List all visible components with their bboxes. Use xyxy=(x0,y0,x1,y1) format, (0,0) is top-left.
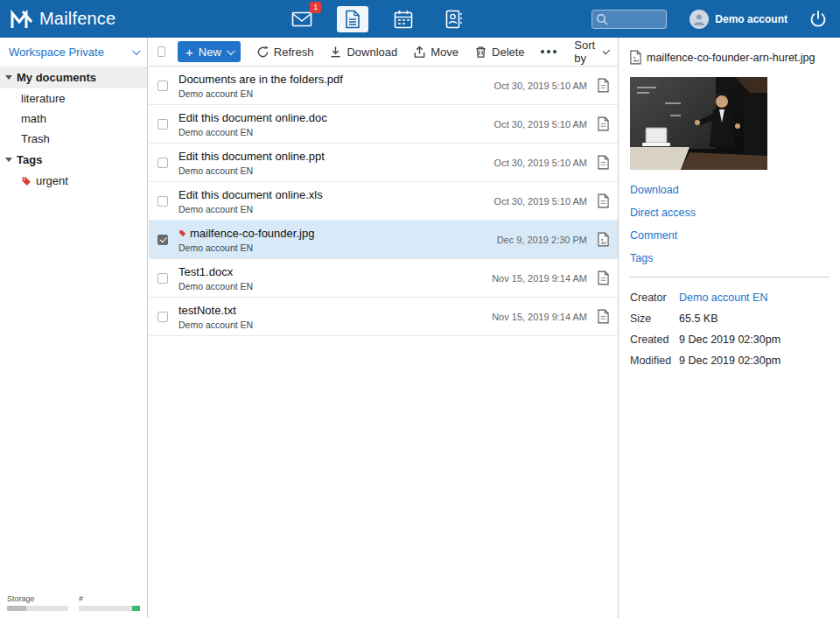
file-date: Nov 15, 2019 9:14 AM xyxy=(492,273,587,284)
row-checkbox[interactable] xyxy=(158,273,168,284)
top-nav: 1 xyxy=(286,6,470,32)
more-actions-button[interactable]: ••• xyxy=(541,45,559,59)
file-name: Edit this document online.ppt xyxy=(178,150,494,163)
mail-unread-badge: 1 xyxy=(310,2,321,13)
mailfence-logo-icon xyxy=(10,10,33,29)
row-checkbox[interactable] xyxy=(158,158,168,168)
creator-value[interactable]: Demo account EN xyxy=(679,291,767,304)
file-owner: Demo account EN xyxy=(178,281,492,291)
new-button-label: New xyxy=(199,46,221,59)
delete-button[interactable]: Delete xyxy=(474,46,525,59)
nav-calendar-button[interactable] xyxy=(388,6,419,32)
sidebar-item-tag-urgent[interactable]: urgent xyxy=(0,171,147,191)
file-type-icon xyxy=(598,232,609,247)
logout-button[interactable] xyxy=(808,10,828,29)
divider xyxy=(630,277,830,277)
refresh-button[interactable]: Refresh xyxy=(256,46,314,59)
app-window: Mailfence 1 xyxy=(0,0,840,618)
file-row[interactable]: Documents are in the folders.pdf Demo ac… xyxy=(149,67,618,105)
file-list-panel: + New Refresh Download xyxy=(149,38,619,618)
prop-creator: Creator Demo account EN xyxy=(630,291,830,304)
row-checkbox[interactable] xyxy=(158,119,168,130)
documents-icon xyxy=(345,10,360,29)
mailfence-logo[interactable]: Mailfence xyxy=(10,9,164,29)
row-checkbox[interactable] xyxy=(158,81,168,91)
details-direct-access-link[interactable]: Direct access xyxy=(630,207,830,219)
file-type-icon xyxy=(598,309,609,324)
row-checkbox[interactable] xyxy=(158,235,168,245)
modified-value: 9 Dec 2019 02:30pm xyxy=(679,355,780,367)
plus-icon: + xyxy=(186,46,193,59)
file-name: Edit this document online.doc xyxy=(178,111,494,124)
sidebar-section-tags[interactable]: Tags xyxy=(0,149,147,171)
file-name: Documents are in the folders.pdf xyxy=(178,73,494,86)
details-download-link[interactable]: Download xyxy=(630,184,830,196)
topbar: Mailfence 1 xyxy=(0,0,840,38)
nav-contacts-button[interactable] xyxy=(438,6,470,32)
chevron-down-icon xyxy=(603,46,611,54)
sort-by-label: Sort by xyxy=(574,39,598,65)
file-row[interactable]: testNote.txt Demo account EN Nov 15, 201… xyxy=(149,298,618,336)
tag-icon xyxy=(21,176,32,186)
calendar-icon xyxy=(394,10,413,29)
file-type-icon xyxy=(598,270,609,285)
caret-down-icon xyxy=(5,75,12,80)
created-label: Created xyxy=(630,334,679,346)
created-value: 9 Dec 2019 02:30pm xyxy=(679,334,780,346)
workspace-label: Workspace Private xyxy=(9,46,104,59)
sidebar-item-trash[interactable]: Trash xyxy=(0,129,147,149)
folder-tree: My documents literature math Trash Tags … xyxy=(0,67,147,191)
details-comment-link[interactable]: Comment xyxy=(630,229,830,242)
nav-documents-button[interactable] xyxy=(337,6,368,32)
sidebar-item-literature[interactable]: literature xyxy=(0,88,147,109)
prop-modified: Modified 9 Dec 2019 02:30pm xyxy=(630,355,830,367)
sidebar-item-math[interactable]: math xyxy=(0,109,147,129)
prop-size: Size 65.5 KB xyxy=(630,313,830,325)
count-label: # xyxy=(79,594,140,603)
caret-down-icon xyxy=(5,158,12,162)
creator-label: Creator xyxy=(630,291,679,304)
refresh-icon xyxy=(256,46,270,59)
download-icon xyxy=(329,46,342,59)
brand-name: Mailfence xyxy=(39,9,116,29)
file-date: Oct 30, 2019 5:10 AM xyxy=(494,119,587,130)
contacts-icon xyxy=(445,10,463,29)
details-filename: mailfence-co-founder-arn-huret.jpg xyxy=(647,52,815,64)
file-preview-image[interactable] xyxy=(630,77,767,170)
account-menu[interactable]: Demo account xyxy=(690,10,788,29)
chevron-down-icon xyxy=(227,46,235,55)
row-checkbox[interactable] xyxy=(158,196,168,207)
file-row[interactable]: Edit this document online.ppt Demo accou… xyxy=(149,144,618,182)
sidebar-item-my-documents[interactable]: My documents xyxy=(0,67,147,88)
power-icon xyxy=(808,10,828,29)
file-owner: Demo account EN xyxy=(178,127,494,137)
workspace-selector[interactable]: Workspace Private xyxy=(0,38,147,67)
download-button[interactable]: Download xyxy=(329,46,397,59)
file-row[interactable]: Test1.docx Demo account EN Nov 15, 2019 … xyxy=(149,259,618,298)
row-checkbox[interactable] xyxy=(158,312,168,322)
file-type-icon xyxy=(598,116,609,131)
mail-icon xyxy=(291,11,312,27)
sidebar: Workspace Private My documents literatur… xyxy=(0,38,148,618)
refresh-label: Refresh xyxy=(274,46,314,59)
file-date: Oct 30, 2019 5:10 AM xyxy=(494,81,587,91)
size-value: 65.5 KB xyxy=(679,313,718,325)
new-button[interactable]: + New xyxy=(178,41,241,62)
details-tags-link[interactable]: Tags xyxy=(630,252,830,264)
avatar-person-icon xyxy=(692,12,706,26)
prop-created: Created 9 Dec 2019 02:30pm xyxy=(630,334,830,346)
file-type-icon xyxy=(598,155,609,170)
modified-label: Modified xyxy=(630,355,679,367)
file-row-selected[interactable]: mailfence-co-founder.jpg Demo account EN… xyxy=(149,221,618,259)
file-date: Oct 30, 2019 5:10 AM xyxy=(494,196,587,207)
file-owner: Demo account EN xyxy=(178,88,494,99)
file-owner: Demo account EN xyxy=(178,204,494,214)
file-row[interactable]: Edit this document online.doc Demo accou… xyxy=(149,105,618,144)
select-all-checkbox[interactable] xyxy=(158,46,165,57)
move-button[interactable]: Move xyxy=(413,46,458,59)
file-name: mailfence-co-founder.jpg xyxy=(190,227,314,240)
nav-mail-button[interactable]: 1 xyxy=(286,6,318,32)
sort-by-button[interactable]: Sort by xyxy=(574,39,607,65)
file-owner: Demo account EN xyxy=(178,320,492,330)
file-row[interactable]: Edit this document online.xls Demo accou… xyxy=(149,182,618,221)
